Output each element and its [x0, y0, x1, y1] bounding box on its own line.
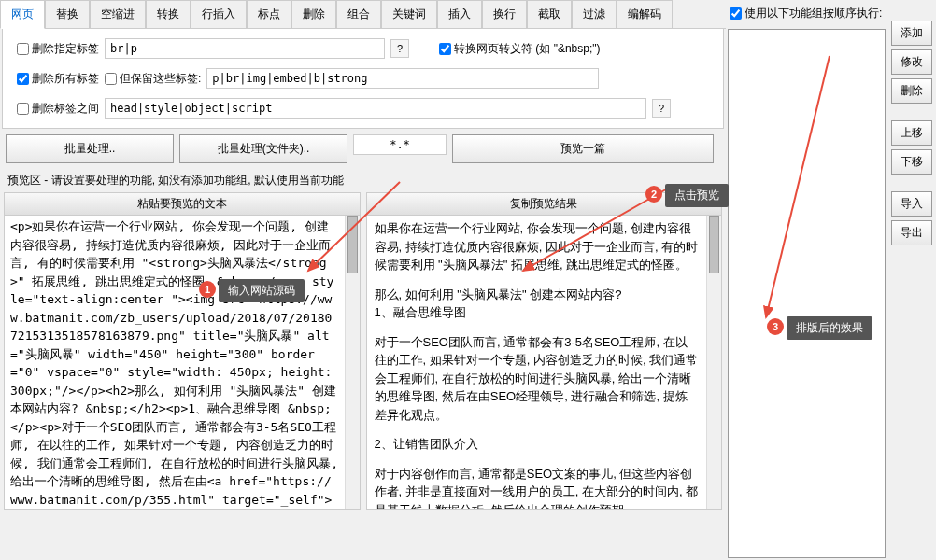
delete-specific-tags-label: 删除指定标签 [32, 41, 99, 57]
use-function-groups-label: 使用以下功能组按顺序执行: [745, 6, 882, 21]
tab-delete[interactable]: 删除 [291, 0, 336, 28]
delete-specific-tags-checkbox[interactable] [17, 43, 29, 55]
add-button[interactable]: 添加 [891, 21, 932, 46]
tabs-bar: 网页 替换 空缩进 转换 行插入 标点 删除 组合 关键词 插入 换行 截取 过… [0, 0, 726, 29]
source-pane-header: 粘贴要预览的文本 [5, 193, 360, 216]
delete-specific-tags-option[interactable]: 删除指定标签 [17, 41, 99, 57]
tab-punct[interactable]: 标点 [247, 0, 291, 28]
source-scrollbar[interactable] [345, 216, 360, 509]
keep-tags-input[interactable] [206, 68, 599, 89]
delete-specific-tags-input[interactable] [105, 38, 385, 59]
export-button[interactable]: 导出 [891, 220, 932, 245]
result-pane-header: 复制预览结果 [367, 193, 722, 216]
help-button-1[interactable]: ? [390, 39, 409, 58]
tab-combine[interactable]: 组合 [336, 0, 381, 28]
result-textarea[interactable]: 如果你在运营一个行业网站, 你会发现一个问题, 创建内容很容易, 持续打造优质内… [367, 216, 707, 509]
delete-all-tags-checkbox[interactable] [17, 73, 29, 85]
delete-between-label: 删除标签之间 [32, 101, 99, 117]
use-function-groups-option[interactable]: 使用以下功能组按顺序执行: [726, 0, 887, 27]
preview-panes: 粘贴要预览的文本 <p>如果你在运营一个行业网站, 你会发现一个问题, 创建内容… [0, 192, 726, 510]
delete-all-tags-option[interactable]: 删除所有标签 [17, 71, 99, 87]
keep-tags-checkbox[interactable] [105, 73, 117, 85]
result-paragraph: 对于内容创作而言, 通常都是SEO文案的事儿, 但这些内容创作者, 并非是直接面… [375, 465, 700, 510]
action-row: 批量处理.. 批量处理(文件夹).. 预览一篇 [0, 133, 726, 169]
preview-one-button[interactable]: 预览一篇 [452, 134, 714, 163]
tab-filter[interactable]: 过滤 [572, 0, 617, 28]
options-panel: 删除指定标签 ? 转换网页转义符 (如 "&nbsp;") 删除所有标签 但保留… [2, 29, 724, 129]
convert-escape-option[interactable]: 转换网页转义符 (如 "&nbsp;") [439, 41, 601, 57]
import-button[interactable]: 导入 [891, 191, 932, 217]
delete-between-checkbox[interactable] [17, 103, 29, 115]
delete-button[interactable]: 删除 [891, 78, 932, 104]
move-up-button[interactable]: 上移 [891, 120, 932, 146]
batch-process-button[interactable]: 批量处理.. [6, 134, 174, 163]
result-scrollbar[interactable] [706, 216, 721, 509]
result-paragraph: 2、让销售团队介入 [375, 435, 700, 454]
result-pane: 复制预览结果 如果你在运营一个行业网站, 你会发现一个问题, 创建内容很容易, … [366, 192, 723, 510]
tab-convert[interactable]: 转换 [146, 0, 191, 28]
right-sidebar: 使用以下功能组按顺序执行: 添加 修改 删除 上移 下移 导入 导出 [726, 0, 936, 560]
source-pane: 粘贴要预览的文本 <p>如果你在运营一个行业网站, 你会发现一个问题, 创建内容… [4, 192, 361, 510]
delete-between-input[interactable] [105, 98, 646, 119]
tab-indent[interactable]: 空缩进 [90, 0, 146, 28]
convert-escape-label: 转换网页转义符 (如 "&nbsp;") [454, 41, 601, 57]
delete-all-tags-label: 删除所有标签 [32, 71, 99, 87]
use-function-groups-checkbox[interactable] [730, 7, 742, 20]
preview-hint: 预览区 - 请设置要处理的功能, 如没有添加功能组, 默认使用当前功能 [0, 169, 726, 192]
tab-encode[interactable]: 编解码 [617, 0, 673, 28]
tab-insert[interactable]: 插入 [437, 0, 482, 28]
result-paragraph: 如果你在运营一个行业网站, 你会发现一个问题, 创建内容很容易, 持续打造优质内… [375, 219, 700, 274]
keep-tags-option[interactable]: 但保留这些标签: [105, 71, 201, 87]
tab-webpage[interactable]: 网页 [0, 0, 45, 29]
convert-escape-checkbox[interactable] [439, 43, 451, 55]
tab-keywords[interactable]: 关键词 [381, 0, 437, 28]
modify-button[interactable]: 修改 [891, 49, 932, 75]
source-textarea[interactable]: <p>如果你在运营一个行业网站, 你会发现一个问题, 创建内容很容易, 持续打造… [5, 216, 345, 509]
result-paragraph: 对于一个SEO团队而言, 通常都会有3-5名SEO工程师, 在以往的工作, 如果… [375, 333, 700, 425]
result-paragraph: 那么, 如何利用 "头脑风暴法" 创建本网站内容?1、融合思维导图 [375, 286, 700, 322]
keep-tags-label: 但保留这些标签: [120, 71, 201, 87]
tab-cut[interactable]: 截取 [527, 0, 572, 28]
function-group-listbox[interactable] [728, 29, 886, 558]
batch-process-folder-button[interactable]: 批量处理(文件夹).. [179, 134, 347, 163]
tab-replace[interactable]: 替换 [45, 0, 90, 28]
move-down-button[interactable]: 下移 [891, 149, 932, 175]
help-button-2[interactable]: ? [652, 99, 671, 118]
delete-between-option[interactable]: 删除标签之间 [17, 101, 99, 117]
file-pattern-input[interactable] [353, 134, 447, 155]
tab-wrap[interactable]: 换行 [482, 0, 527, 28]
tab-line-insert[interactable]: 行插入 [191, 0, 247, 28]
